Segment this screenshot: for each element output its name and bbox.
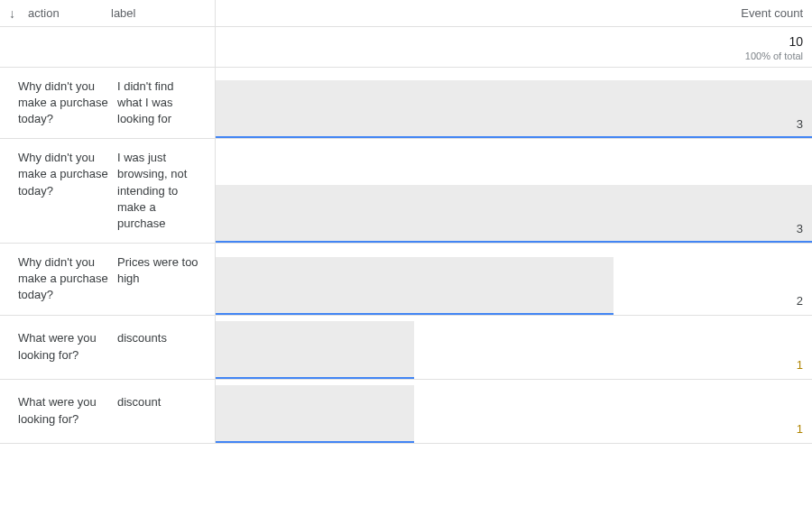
row-label: I didn't find what I was looking for bbox=[117, 78, 198, 128]
bar bbox=[216, 385, 415, 443]
table-row[interactable]: What were you looking for?discount1 bbox=[0, 379, 812, 443]
table-row[interactable]: What were you looking for?discounts1 bbox=[0, 315, 812, 379]
table-row[interactable]: Why didn't you make a purchase today?I d… bbox=[0, 67, 812, 139]
total-row: 10 100% of total bbox=[0, 26, 812, 67]
row-dims-cell: Why didn't you make a purchase today?Pri… bbox=[0, 244, 215, 316]
row-action: Why didn't you make a purchase today? bbox=[18, 254, 117, 304]
row-label: discounts bbox=[117, 330, 198, 363]
row-dims-cell: What were you looking for?discounts bbox=[0, 315, 215, 379]
row-dims-cell: Why didn't you make a purchase today?I d… bbox=[0, 67, 215, 139]
total-subtext: 100% of total bbox=[225, 51, 804, 61]
total-dims-cell bbox=[0, 26, 215, 67]
bar bbox=[216, 185, 813, 243]
row-value: 2 bbox=[797, 294, 803, 308]
row-dims-cell: Why didn't you make a purchase today?I w… bbox=[0, 139, 215, 244]
row-label: Prices were too high bbox=[117, 254, 198, 304]
metric-header-label: Event count bbox=[741, 6, 803, 20]
row-metric-cell: 1 bbox=[215, 379, 812, 443]
row-value: 1 bbox=[797, 358, 803, 372]
events-table: ↓actionlabel Event count 10 100% of tota… bbox=[0, 0, 812, 444]
row-action: Why didn't you make a purchase today? bbox=[18, 150, 117, 232]
row-metric-cell: 3 bbox=[215, 67, 812, 139]
dim-action-header[interactable]: action bbox=[28, 6, 111, 20]
row-action: Why didn't you make a purchase today? bbox=[18, 78, 117, 128]
row-label: discount bbox=[117, 394, 198, 427]
bar bbox=[216, 257, 614, 315]
dimensions-header[interactable]: ↓actionlabel bbox=[0, 0, 215, 26]
row-dims-cell: What were you looking for?discount bbox=[0, 379, 215, 443]
total-metric-cell: 10 100% of total bbox=[215, 26, 812, 67]
dim-label-header[interactable]: label bbox=[111, 6, 135, 20]
row-label: I was just browsing, not intending to ma… bbox=[117, 150, 198, 232]
row-metric-cell: 3 bbox=[215, 139, 812, 244]
sort-arrow-down-icon[interactable]: ↓ bbox=[9, 6, 15, 21]
total-value: 10 bbox=[225, 34, 804, 49]
table-row[interactable]: Why didn't you make a purchase today?I w… bbox=[0, 139, 812, 244]
row-value: 1 bbox=[797, 422, 803, 436]
row-action: What were you looking for? bbox=[18, 330, 117, 363]
row-action: What were you looking for? bbox=[18, 394, 117, 427]
table-header-row: ↓actionlabel Event count bbox=[0, 0, 812, 26]
bar bbox=[216, 80, 813, 138]
row-metric-cell: 1 bbox=[215, 315, 812, 379]
table-row[interactable]: Why didn't you make a purchase today?Pri… bbox=[0, 244, 812, 316]
bar bbox=[216, 321, 415, 379]
row-value: 3 bbox=[797, 117, 803, 131]
row-value: 3 bbox=[797, 222, 803, 235]
metric-header[interactable]: Event count bbox=[215, 0, 812, 26]
row-metric-cell: 2 bbox=[215, 244, 812, 316]
